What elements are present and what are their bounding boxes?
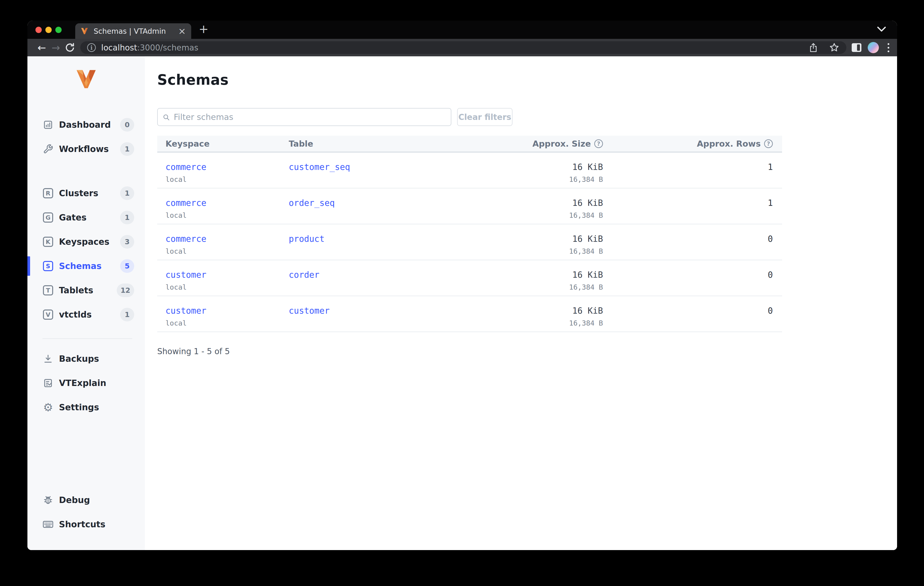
bookmark-star-icon[interactable] <box>829 42 840 53</box>
approx-rows: 0 <box>768 306 773 316</box>
forward-button[interactable]: → <box>49 42 63 54</box>
sidebar-item-label: Keyspaces <box>59 237 109 247</box>
sidebar-item-label: Tablets <box>59 285 93 295</box>
cluster-label: local <box>165 319 289 327</box>
dashboard-icon <box>43 119 54 130</box>
sidebar-item-keyspaces[interactable]: K Keyspaces 3 <box>27 232 145 252</box>
close-window-button[interactable] <box>35 27 42 33</box>
clear-filters-button[interactable]: Clear filters <box>457 108 513 126</box>
table-link[interactable]: product <box>289 234 452 244</box>
keyspace-link[interactable]: commerce <box>165 234 289 244</box>
sidebar-item-vtctlds[interactable]: V vtctlds 1 <box>27 305 145 324</box>
approx-size: 16 KiB <box>573 270 603 280</box>
minimize-window-button[interactable] <box>45 27 52 33</box>
table-link[interactable]: customer <box>289 306 452 316</box>
help-icon[interactable]: ? <box>764 139 773 148</box>
browser-tab[interactable]: Schemas | VTAdmin × <box>75 23 191 39</box>
table-link[interactable]: corder <box>289 270 452 280</box>
cluster-label: local <box>165 175 289 184</box>
keyspace-link[interactable]: customer <box>165 306 289 316</box>
size-bytes: 16,384 B <box>569 319 603 327</box>
vtctlds-letter-icon: V <box>43 309 54 320</box>
count-badge: 3 <box>120 235 134 248</box>
back-button[interactable]: ← <box>35 42 49 54</box>
column-header-table: Table <box>289 139 452 149</box>
sidebar-item-label: Clusters <box>59 189 98 198</box>
sidebar-item-dashboard[interactable]: Dashboard 0 <box>27 115 145 134</box>
search-icon <box>163 114 170 121</box>
zoom-window-button[interactable] <box>55 27 62 33</box>
tablets-letter-icon: T <box>43 285 54 296</box>
sidebar-item-workflows[interactable]: Workflows 1 <box>27 139 145 159</box>
size-bytes: 16,384 B <box>569 211 603 219</box>
vitess-favicon <box>81 27 88 35</box>
sidebar-item-clusters[interactable]: R Clusters 1 <box>27 184 145 203</box>
page-title: Schemas <box>157 71 897 88</box>
sidebar-item-settings[interactable]: ⚙ Settings <box>27 397 145 417</box>
sidebar-item-label: Workflows <box>59 144 109 154</box>
sidebar-item-label: Debug <box>59 495 90 505</box>
profile-avatar[interactable] <box>868 42 879 53</box>
share-icon[interactable] <box>808 42 818 53</box>
site-info-icon[interactable]: i <box>87 43 96 52</box>
chevron-down-icon[interactable] <box>877 26 886 32</box>
vitess-logo <box>74 69 98 89</box>
sidebar-item-shortcuts[interactable]: Shortcuts <box>27 515 145 534</box>
table-link[interactable]: order_seq <box>289 198 452 208</box>
filter-schemas-input[interactable] <box>157 108 451 126</box>
sidebar-item-backups[interactable]: Backups <box>27 349 145 369</box>
wrench-icon <box>43 144 54 155</box>
sidebar-item-label: Dashboard <box>59 120 111 130</box>
table-header: Keyspace Table Approx. Size? Approx. Row… <box>157 136 782 152</box>
sidebar-item-tablets[interactable]: T Tablets 12 <box>27 281 145 300</box>
pagination-summary: Showing 1 - 5 of 5 <box>157 347 897 356</box>
tab-close-icon[interactable]: × <box>178 26 186 36</box>
help-icon[interactable]: ? <box>594 139 603 148</box>
app-content: Dashboard 0 Workflows 1 R Clusters 1 <box>27 56 897 550</box>
sidebar-item-label: Gates <box>59 213 87 222</box>
column-header-rows: Approx. Rows? <box>603 139 773 149</box>
count-badge: 12 <box>117 283 134 297</box>
sidebar-item-schemas[interactable]: S Schemas 5 <box>27 257 145 276</box>
count-badge: 5 <box>120 259 134 273</box>
schemas-letter-icon: S <box>43 260 54 271</box>
column-header-keyspace: Keyspace <box>165 139 289 149</box>
document-check-icon <box>43 377 54 389</box>
main-panel: Schemas Clear filters Keyspace Table App… <box>145 56 897 550</box>
count-badge: 1 <box>120 308 134 321</box>
column-header-size: Approx. Size? <box>452 139 603 149</box>
browser-window: Schemas | VTAdmin × + ← → i localhost:30… <box>27 21 897 550</box>
sidebar-item-debug[interactable]: Debug <box>27 490 145 510</box>
keyboard-icon <box>43 519 54 530</box>
table-row: customerlocal customer 16 KiB16,384 B 0 <box>157 296 782 332</box>
table-row: commercelocal customer_seq 16 KiB16,384 … <box>157 152 782 189</box>
approx-size: 16 KiB <box>573 198 603 208</box>
sidebar-item-gates[interactable]: G Gates 1 <box>27 208 145 227</box>
approx-size: 16 KiB <box>573 162 603 172</box>
approx-rows: 1 <box>768 162 773 172</box>
table-link[interactable]: customer_seq <box>289 162 452 172</box>
reload-button[interactable] <box>63 42 77 53</box>
new-tab-button[interactable]: + <box>199 22 208 36</box>
tab-title: Schemas | VTAdmin <box>94 27 175 35</box>
url-text[interactable]: localhost:3000/schemas <box>101 43 808 53</box>
url-bar[interactable]: i localhost:3000/schemas <box>80 41 846 54</box>
keyspace-link[interactable]: customer <box>165 270 289 280</box>
sidebar: Dashboard 0 Workflows 1 R Clusters 1 <box>27 56 145 550</box>
approx-size: 16 KiB <box>573 306 603 316</box>
sidebar-item-label: Schemas <box>59 261 102 271</box>
sidebar-item-vtexplain[interactable]: VTExplain <box>27 373 145 393</box>
approx-size: 16 KiB <box>573 234 603 244</box>
cluster-label: local <box>165 247 289 255</box>
size-bytes: 16,384 B <box>569 283 603 291</box>
browser-menu-icon[interactable] <box>885 43 892 52</box>
size-bytes: 16,384 B <box>569 247 603 255</box>
keyspace-link[interactable]: commerce <box>165 162 289 172</box>
count-badge: 0 <box>120 118 134 132</box>
browser-toolbar: ← → i localhost:3000/schemas <box>27 39 897 56</box>
gear-icon: ⚙ <box>43 402 54 413</box>
keyspace-link[interactable]: commerce <box>165 198 289 208</box>
side-panel-icon[interactable] <box>852 43 861 52</box>
active-indicator <box>27 257 30 276</box>
bug-icon <box>43 495 54 506</box>
